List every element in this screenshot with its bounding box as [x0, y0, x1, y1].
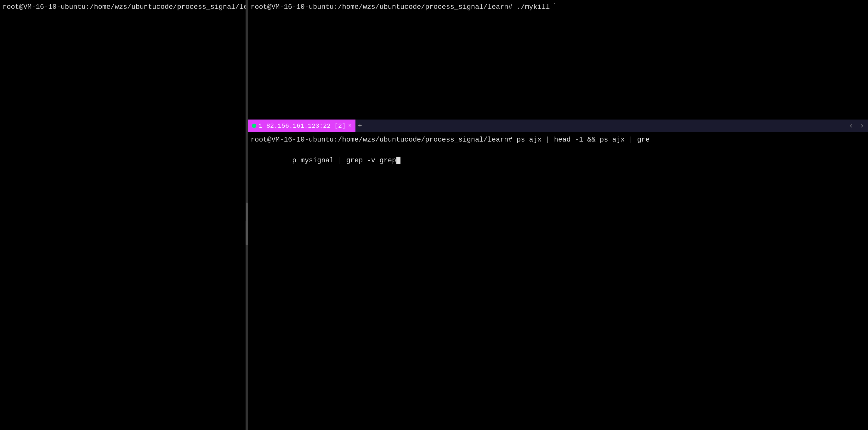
- right-top-cursor: ▌: [554, 3, 555, 10]
- tmux-prompt-line-2: p mysignal | grep -v grep: [251, 145, 866, 176]
- tmux-arrow-right[interactable]: ›: [860, 122, 864, 130]
- tmux-bottom-pane: 1 82.156.161.123:22 [2] × + ‹ › root@VM-…: [248, 120, 868, 430]
- tmux-statusbar-left: 1 82.156.161.123:22 [2] × +: [248, 120, 365, 132]
- right-pane: root@VM-16-10-ubuntu:/home/wzs/ubuntucod…: [248, 0, 868, 430]
- tmux-tab-close-button[interactable]: ×: [348, 123, 352, 129]
- tmux-arrow-left[interactable]: ‹: [849, 122, 853, 130]
- tmux-statusbar: 1 82.156.161.123:22 [2] × + ‹ ›: [248, 120, 868, 132]
- tmux-terminal-content[interactable]: root@VM-16-10-ubuntu:/home/wzs/ubuntucod…: [248, 132, 868, 430]
- tmux-tab-1[interactable]: 1 82.156.161.123:22 [2] ×: [248, 120, 355, 132]
- tmux-prompt-line-2-text: p mysignal | grep -v grep: [292, 157, 396, 165]
- tmux-tab-active-dot: [252, 124, 256, 128]
- right-top-prompt-text: root@VM-16-10-ubuntu:/home/wzs/ubuntucod…: [251, 3, 554, 11]
- pane-divider[interactable]: [246, 0, 248, 430]
- tmux-prompt-line-1: root@VM-16-10-ubuntu:/home/wzs/ubuntucod…: [251, 135, 866, 145]
- tmux-cursor: [396, 157, 400, 164]
- tmux-statusbar-right: ‹ ›: [849, 122, 868, 130]
- scroll-indicator: [246, 220, 248, 245]
- tmux-add-tab-button[interactable]: +: [355, 122, 365, 130]
- tmux-tab-label: 1 82.156.161.123:22 [2]: [259, 122, 346, 130]
- left-terminal-pane[interactable]: root@VM-16-10-ubuntu:/home/wzs/ubuntucod…: [0, 0, 246, 430]
- right-top-prompt-line: root@VM-16-10-ubuntu:/home/wzs/ubuntucod…: [251, 2, 555, 12]
- right-top-terminal[interactable]: root@VM-16-10-ubuntu:/home/wzs/ubuntucod…: [248, 0, 868, 120]
- terminal-screen: root@VM-16-10-ubuntu:/home/wzs/ubuntucod…: [0, 0, 868, 430]
